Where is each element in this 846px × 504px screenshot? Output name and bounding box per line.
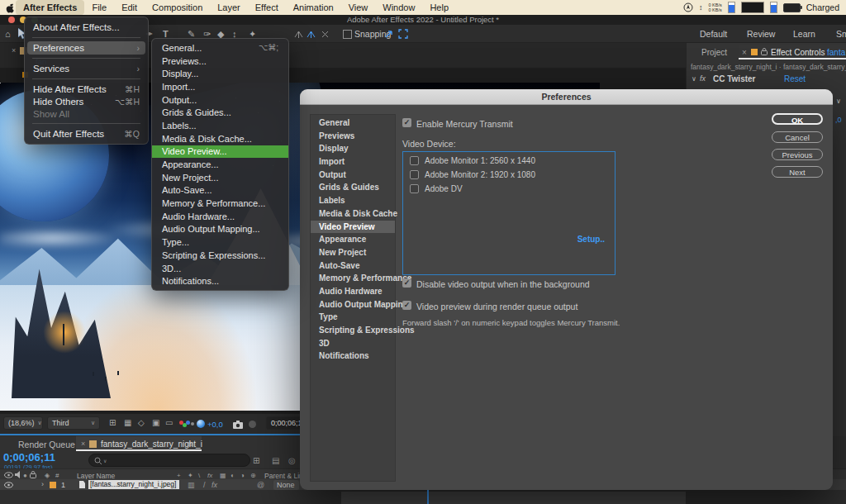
submenu-item-memory[interactable]: Memory & Performance... <box>152 197 288 210</box>
submenu-item-import[interactable]: Import... <box>152 80 288 93</box>
lock-icon[interactable] <box>761 48 768 55</box>
menubar-item-view[interactable]: View <box>341 0 376 15</box>
close-icon[interactable]: × <box>81 440 85 448</box>
sidebar-item-general[interactable]: General <box>311 116 395 130</box>
next-button[interactable]: Next <box>772 166 823 178</box>
collapse-switch-icon[interactable]: ✦ <box>188 472 193 479</box>
sidebar-item-audio-output[interactable]: Audio Output Mapping <box>311 298 395 311</box>
menubar-item-after-effects[interactable]: After Effects <box>16 0 84 15</box>
mask-visibility-icon[interactable]: ◇ <box>138 418 145 427</box>
chevron-down-icon[interactable]: ∨ <box>836 97 841 105</box>
layer-eye-icon[interactable] <box>4 482 13 488</box>
ok-button[interactable]: OK <box>772 113 823 125</box>
disclosure-icon[interactable]: › <box>41 480 44 488</box>
close-icon[interactable]: × <box>12 46 16 55</box>
home-icon[interactable]: ⌂ <box>5 28 11 40</box>
menu-item-hide-others[interactable]: Hide Others ⌥⌘H <box>25 95 148 107</box>
disable-bg-checkbox[interactable]: ✓ <box>402 278 411 288</box>
lock-column-icon[interactable] <box>30 471 36 478</box>
show-snapshot-icon[interactable] <box>249 421 256 428</box>
render-preview-checkbox[interactable]: ✓ <box>402 301 411 310</box>
fx-switch-icon[interactable]: fx <box>207 472 212 479</box>
menubar-item-help[interactable]: Help <box>422 0 456 15</box>
layer-name-column-header[interactable]: Layer Name <box>77 472 115 480</box>
label-column-icon[interactable]: ◈ <box>45 472 50 479</box>
audio-column-icon[interactable] <box>15 471 21 478</box>
battery-icon[interactable] <box>783 3 801 12</box>
sidebar-item-import[interactable]: Import <box>311 155 395 169</box>
menu-item-services[interactable]: Services › <box>25 62 148 75</box>
frame-blend-switch-icon[interactable]: ▦ <box>220 472 226 479</box>
playhead[interactable] <box>427 490 429 504</box>
chevron-down-icon[interactable]: ∨ <box>692 75 696 83</box>
parent-pickwhip-icon[interactable]: @ <box>257 481 264 489</box>
submenu-item-video-preview[interactable]: Video Preview... <box>152 145 288 159</box>
submenu-item-new-project[interactable]: New Project... <box>152 171 288 184</box>
submenu-item-labels[interactable]: Labels... <box>152 119 288 132</box>
snapshot-camera-icon[interactable] <box>233 420 244 429</box>
local-axis-icon[interactable] <box>294 30 303 39</box>
device-row[interactable]: Adobe Monitor 2: 1920 x 1080 <box>410 169 615 180</box>
submenu-item-previews[interactable]: Previews... <box>152 55 288 68</box>
sidebar-item-video-preview[interactable]: Video Preview <box>311 221 395 234</box>
sidebar-item-previews[interactable]: Previews <box>311 130 395 143</box>
device-checkbox[interactable] <box>410 170 419 179</box>
submenu-item-auto-save[interactable]: Auto-Save... <box>152 184 288 197</box>
eye-column-icon[interactable] <box>4 472 13 478</box>
sidebar-item-labels[interactable]: Labels <box>311 194 395 207</box>
menu-item-about[interactable]: About After Effects... <box>25 21 148 34</box>
sidebar-item-auto-save[interactable]: Auto-Save <box>311 259 395 273</box>
device-checkbox[interactable] <box>410 184 419 193</box>
sidebar-item-audio-hardware[interactable]: Audio Hardware <box>311 285 395 298</box>
menubar-item-animation[interactable]: Animation <box>286 0 341 15</box>
menubar-item-composition[interactable]: Composition <box>145 0 210 15</box>
submenu-item-scripting[interactable]: Scripting & Expressions... <box>152 249 288 262</box>
tab-composition[interactable]: fantasy_dark_starry_night_i <box>101 440 202 449</box>
resolution-select[interactable]: Third ∨ <box>47 416 100 430</box>
frame-blend-icon[interactable]: ▤ <box>272 456 279 465</box>
solo-column-icon[interactable]: ● <box>23 472 27 479</box>
composition-mini-flowchart-icon[interactable]: ⊞ <box>253 456 259 465</box>
network-speed[interactable]: 0 KB/s 0 KB/s <box>709 2 722 12</box>
index-column-header[interactable]: # <box>55 472 59 479</box>
sidebar-item-notifications[interactable]: Notifications <box>311 349 395 363</box>
channel-alpha-icon[interactable] <box>191 422 194 426</box>
submenu-item-appearance[interactable]: Appearance... <box>152 158 288 171</box>
adjustment-switch-icon[interactable]: ◑ <box>240 472 245 479</box>
hamburger-icon[interactable]: ≡ <box>188 440 193 449</box>
submenu-item-type[interactable]: Type... <box>152 235 288 249</box>
tab-project[interactable]: Project <box>701 48 727 57</box>
menubar-item-effect[interactable]: Effect <box>248 0 286 15</box>
quality-toggle-icon[interactable]: / <box>203 481 206 489</box>
motion-blur-icon[interactable]: ◎ <box>288 456 296 465</box>
sidebar-item-display[interactable]: Display <box>311 142 395 155</box>
parent-link-column-header[interactable]: Parent & Lin <box>264 472 303 480</box>
sidebar-item-output[interactable]: Output <box>311 169 395 182</box>
submenu-item-display[interactable]: Display... <box>152 67 288 80</box>
tab-render-queue[interactable]: Render Queue <box>18 440 75 449</box>
layer-label-swatch[interactable] <box>50 482 56 488</box>
tab-effect-controls[interactable]: Effect Controls <box>771 48 825 57</box>
motion-blur-switch-icon[interactable]: ◐ <box>231 472 235 479</box>
menubar-item-layer[interactable]: Layer <box>210 0 248 15</box>
sidebar-item-scripting[interactable]: Scripting & Expressions <box>311 324 395 337</box>
workspace-tab-small-screen[interactable]: Sma <box>836 29 846 39</box>
activity-graph-icon[interactable] <box>741 2 764 13</box>
sidebar-item-new-project[interactable]: New Project <box>311 246 395 259</box>
submenu-item-3d[interactable]: 3D... <box>152 262 288 275</box>
workspace-tab-review[interactable]: Review <box>747 29 775 39</box>
shy-switch-icon[interactable]: + <box>177 472 181 479</box>
apple-icon[interactable] <box>5 2 16 14</box>
threed-switch-icon[interactable]: ⊕ <box>250 472 256 479</box>
channel-blue-icon[interactable] <box>186 421 190 425</box>
exposure-offset[interactable]: +0,0 <box>207 420 223 429</box>
submenu-item-media-cache[interactable]: Media & Disk Cache... <box>152 132 288 145</box>
quality-switch-icon[interactable]: \ <box>198 472 200 479</box>
workspace-tab-default[interactable]: Default <box>700 29 727 39</box>
submenu-item-audio-hardware[interactable]: Audio Hardware... <box>152 210 288 223</box>
view-axis-icon[interactable] <box>321 30 330 39</box>
mercury-checkbox[interactable]: ✓ <box>402 118 411 127</box>
memory-meter-icon[interactable] <box>770 2 777 13</box>
submenu-item-general[interactable]: General... ⌥⌘; <box>152 41 288 55</box>
submenu-item-audio-output[interactable]: Audio Output Mapping... <box>152 223 288 236</box>
